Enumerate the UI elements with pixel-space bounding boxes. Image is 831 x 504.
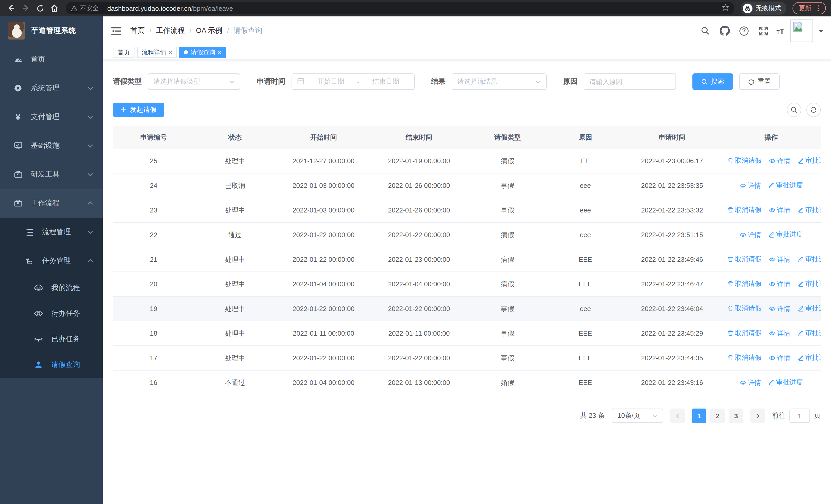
help-icon[interactable]	[737, 24, 751, 37]
browser-menu-icon[interactable]	[814, 5, 822, 12]
sidebar-item-workflow[interactable]: 工作流程	[0, 189, 103, 217]
approval-progress-link[interactable]: 审批进度	[798, 329, 821, 338]
sidebar-item-label: 流程管理	[42, 227, 71, 237]
detail-link[interactable]: 详情	[769, 280, 791, 289]
create-leave-button[interactable]: 发起请假	[113, 102, 164, 117]
approval-progress-link[interactable]: 审批进度	[798, 279, 821, 289]
detail-link[interactable]: 详情	[769, 304, 791, 314]
approval-progress-link[interactable]: 审批进度	[798, 353, 821, 363]
cancel-leave-link[interactable]: 取消请假	[727, 304, 762, 313]
prev-page-button[interactable]	[670, 409, 685, 423]
page-button-2[interactable]: 2	[710, 409, 725, 423]
url-text: dashboard.yudao.iocoder.cn/bpm/oa/leave	[107, 4, 233, 12]
sidebar-item-leave-query[interactable]: 请假查询	[0, 352, 103, 378]
breadcrumb-oa-example[interactable]: OA 示例	[196, 26, 223, 35]
update-button[interactable]: 更新	[793, 2, 826, 14]
detail-link[interactable]: 详情	[740, 181, 761, 190]
app-logo	[8, 22, 25, 39]
home-icon[interactable]	[48, 2, 61, 14]
refresh-table-button[interactable]	[806, 102, 821, 117]
detail-link[interactable]: 详情	[769, 255, 791, 264]
detail-link[interactable]: 详情	[740, 231, 761, 240]
cancel-leave-link[interactable]: 取消请假	[727, 353, 762, 363]
sidebar-item-process-mgmt[interactable]: 流程管理	[0, 217, 103, 246]
detail-link[interactable]: 详情	[769, 206, 791, 215]
page-size-select[interactable]: 10条/页	[612, 409, 663, 423]
sidebar-item-dev-tools[interactable]: 研发工具	[0, 160, 103, 189]
close-icon[interactable]: ×	[169, 50, 172, 55]
avatar-caret-icon[interactable]	[818, 28, 824, 34]
detail-link[interactable]: 详情	[769, 329, 791, 338]
table-toolbar: 发起请假	[113, 102, 821, 117]
cancel-leave-link[interactable]: 取消请假	[727, 329, 762, 338]
github-icon[interactable]	[718, 24, 731, 37]
cancel-leave-link[interactable]: 取消请假	[727, 206, 762, 215]
filter-form: 请假类型 请选择请假类型 申请时间 开始日期 - 结束日期	[113, 73, 821, 90]
detail-link[interactable]: 详情	[769, 156, 791, 166]
approval-progress-link[interactable]: 审批进度	[798, 304, 821, 313]
reload-icon[interactable]	[34, 2, 46, 14]
tab-home[interactable]: 首页	[113, 47, 135, 58]
sidebar-item-payment-mgmt[interactable]: ¥支付管理	[0, 102, 103, 131]
detail-link[interactable]: 详情	[769, 354, 791, 363]
search-button[interactable]: 搜索	[692, 73, 733, 90]
security-chip[interactable]: 不安全	[71, 4, 98, 12]
result-select[interactable]: 请选择流结果	[452, 73, 547, 90]
sidebar-collapse-icon[interactable]	[111, 26, 121, 36]
apply-time-range-picker[interactable]: 开始日期 - 结束日期	[291, 73, 415, 90]
cell-apply-time: 2022-01-22 23:45:29	[623, 329, 722, 337]
cancel-leave-link[interactable]: 取消请假	[727, 156, 762, 166]
approval-progress-link[interactable]: 审批进度	[768, 378, 803, 387]
sidebar-item-infrastructure[interactable]: 基础设施	[0, 131, 103, 160]
font-size-icon[interactable]: TT	[776, 26, 784, 35]
sidebar-item-todo-tasks[interactable]: 待办任务	[0, 301, 103, 326]
column-header: 结束时间	[371, 133, 467, 142]
approval-progress-link[interactable]: 审批进度	[798, 255, 821, 264]
reason-input[interactable]	[589, 78, 670, 85]
toggle-search-button[interactable]	[787, 102, 801, 117]
goto-page-input[interactable]	[790, 409, 810, 423]
tab-leave-query[interactable]: 请假查询×	[179, 47, 226, 58]
chevron-right-icon	[755, 413, 761, 419]
header-search-icon[interactable]	[698, 24, 712, 37]
chevron-down-icon	[87, 171, 93, 178]
table-body: 25处理中2021-12-27 00:00:002022-01-19 00:00…	[113, 149, 821, 395]
cell-leave-type: 病假	[467, 279, 548, 289]
cell-status: 已取消	[194, 181, 276, 190]
reset-button[interactable]: 重置	[739, 73, 780, 90]
address-bar[interactable]: 不安全 dashboard.yudao.iocoder.cn/bpm/oa/le…	[66, 2, 735, 14]
cancel-leave-link[interactable]: 取消请假	[727, 279, 762, 289]
sidebar-item-my-process[interactable]: 我的流程	[0, 275, 103, 301]
cell-apply-time: 2022-01-22 23:51:15	[623, 231, 722, 239]
bookmark-star-icon[interactable]	[722, 3, 729, 13]
gear-icon	[13, 84, 23, 93]
breadcrumb-home[interactable]: 首页	[131, 26, 145, 35]
approval-progress-link[interactable]: 审批进度	[798, 156, 821, 166]
close-icon[interactable]: ×	[218, 50, 221, 55]
tab-process-detail[interactable]: 流程详情×	[137, 47, 177, 58]
back-icon[interactable]	[5, 2, 18, 14]
cancel-leave-link[interactable]: 取消请假	[727, 255, 762, 264]
sidebar-item-system-mgmt[interactable]: 系统管理	[0, 74, 103, 102]
next-page-button[interactable]	[750, 409, 765, 423]
cell-apply-id: 23	[113, 206, 194, 214]
detail-link[interactable]: 详情	[740, 378, 761, 387]
page-button-3[interactable]: 3	[729, 409, 743, 423]
sidebar-item-home[interactable]: 首页	[0, 45, 103, 74]
page-button-1[interactable]: 1	[692, 409, 706, 423]
avatar[interactable]	[791, 20, 813, 42]
approval-progress-link[interactable]: 审批进度	[798, 206, 821, 215]
approval-progress-link[interactable]: 审批进度	[768, 230, 803, 239]
forward-icon[interactable]	[20, 2, 32, 14]
cell-leave-type: 病假	[467, 255, 548, 264]
fullscreen-icon[interactable]	[757, 24, 770, 37]
leave-type-select[interactable]: 请选择请假类型	[148, 73, 240, 90]
sidebar-item-task-mgmt[interactable]: 任务管理	[0, 246, 103, 275]
sidebar-item-done-tasks[interactable]: 已办任务	[0, 326, 103, 352]
cell-end-time: 2022-01-22 00:00:00	[371, 305, 467, 313]
cell-apply-id: 22	[113, 231, 194, 239]
navbar: 首页 / 工作流程 / OA 示例 / 请假查询	[103, 17, 831, 45]
breadcrumb-workflow[interactable]: 工作流程	[156, 26, 185, 35]
cell-apply-id: 16	[113, 379, 194, 386]
approval-progress-link[interactable]: 审批进度	[768, 181, 803, 190]
